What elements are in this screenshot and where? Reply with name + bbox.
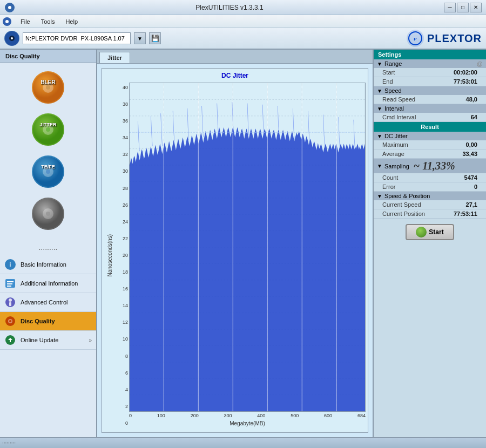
y-tick: 2 (116, 404, 128, 409)
status-bar: ········· (0, 437, 486, 448)
range-end-row: End 77:53:01 (374, 77, 486, 86)
svg-point-1 (8, 6, 11, 9)
jitter-max-row: Maximum 0,00 (374, 140, 486, 150)
sidebar-item-additional[interactable]: Additional Information (0, 274, 96, 293)
sidebar-item-online-update[interactable]: Online Update » (0, 331, 96, 350)
maximize-button[interactable]: □ (457, 3, 469, 12)
device-select[interactable]: N:PLEXTOR DVDR PX-L890SA 1.07 (23, 32, 131, 44)
sampling-section-header[interactable]: ▼ Sampling ~ 11,33% (374, 159, 486, 173)
y-tick: 28 (116, 186, 128, 191)
tab-bar: Jitter (97, 50, 373, 64)
close-button[interactable]: ✕ (470, 3, 482, 12)
chart-inner: DC Jitter Nanoseconds(ns) 40 38 36 34 32… (102, 68, 368, 433)
start-button[interactable]: Start (406, 224, 454, 240)
cmd-interval-label: Cmd Interval (382, 114, 416, 120)
sidebar-item-advanced[interactable]: Advanced Control (0, 293, 96, 312)
svg-text:TE/FE: TE/FE (41, 164, 55, 169)
x-tick: 100 (157, 413, 165, 420)
current-pos-label: Current Position (382, 211, 425, 217)
svg-point-20 (46, 169, 50, 174)
svg-text:P: P (414, 37, 417, 42)
chart-container: DC Jitter Nanoseconds(ns) 40 38 36 34 32… (97, 64, 373, 437)
result-header: Result (374, 122, 486, 132)
y-tick: 12 (116, 320, 128, 325)
menu-bar: File Tools Help (0, 15, 486, 28)
x-tick: 684 (357, 413, 366, 420)
y-tick: 18 (116, 269, 128, 275)
x-axis-ticks: 0 100 200 300 400 500 600 684 (129, 412, 366, 420)
chart-title: DC Jitter (102, 69, 368, 83)
x-tick: 600 (324, 413, 332, 420)
sampling-count-label: Count (382, 174, 398, 181)
interval-section-header[interactable]: ▼ Interval (374, 104, 486, 113)
y-tick: 40 (116, 85, 128, 90)
start-icon (416, 227, 427, 237)
x-tick: 300 (224, 413, 232, 420)
basic-info-icon: i (4, 259, 16, 270)
menu-help[interactable]: Help (61, 17, 82, 26)
svg-point-6 (11, 37, 13, 39)
sidebar-item-basic[interactable]: i Basic Information (0, 255, 96, 274)
x-tick: 500 (291, 413, 299, 420)
save-button[interactable]: 💾 (149, 32, 161, 44)
jitter-max-value: 0,00 (466, 141, 477, 148)
plextor-brand: PLEXTOR (427, 32, 482, 45)
y-tick: 10 (116, 336, 128, 342)
advanced-control-icon (4, 296, 16, 308)
sampling-error-value: 0 (474, 184, 477, 190)
main-layout: Disc Quality BLER (0, 50, 486, 437)
bler-disc-icon: BLER (32, 71, 64, 104)
svg-point-32 (9, 298, 12, 302)
sidebar: Disc Quality BLER (0, 50, 97, 437)
expand-icon: » (89, 337, 92, 343)
range-label: Range (384, 60, 402, 67)
scan-button[interactable] (16, 195, 80, 233)
menu-tools[interactable]: Tools (37, 17, 59, 26)
collapse-icon: ▼ (377, 133, 382, 139)
dc-jitter-section-header[interactable]: ▼ DC Jitter (374, 132, 486, 140)
svg-text:BLER: BLER (40, 79, 56, 85)
range-start-value: 00:02:00 (454, 69, 477, 76)
y-tick: 0 (116, 420, 128, 426)
speed-label: Speed (384, 87, 402, 94)
at-icon: @ (477, 60, 483, 67)
y-tick: 22 (116, 236, 128, 241)
chart-plot-area (129, 83, 366, 412)
jitter-button[interactable]: JITTER (16, 111, 80, 148)
menu-file[interactable]: File (16, 17, 35, 26)
settings-header: Settings (374, 50, 486, 59)
status-dots: ········· (2, 440, 16, 446)
bler-button[interactable]: BLER (16, 69, 80, 106)
range-end-label: End (382, 78, 393, 85)
speed-pos-section-header[interactable]: ▼ Speed & Position (374, 192, 486, 200)
speed-section-header[interactable]: ▼ Speed (374, 86, 486, 95)
sampling-label: Sampling (384, 163, 409, 169)
device-dropdown-button[interactable]: ▼ (134, 32, 146, 44)
tefe-button[interactable]: TE/FE (16, 153, 80, 191)
cmd-interval-row: Cmd Interval 64 (374, 113, 486, 122)
big-percent: ~ 11,33% (414, 160, 455, 172)
sidebar-item-disc-quality[interactable]: Disc Quality (0, 312, 96, 331)
sidebar-section-title: Disc Quality (0, 50, 96, 63)
plextor-logo: P PLEXTOR (406, 29, 482, 48)
read-speed-value: 48,0 (466, 96, 477, 103)
minimize-button[interactable]: ─ (444, 3, 456, 12)
jitter-avg-row: Average 33,43 (374, 150, 486, 159)
read-speed-label: Read Speed (382, 96, 415, 103)
device-bar: N:PLEXTOR DVDR PX-L890SA 1.07 ▼ 💾 P PLEX… (0, 28, 486, 50)
read-speed-row: Read Speed 48,0 (374, 95, 486, 104)
collapse-icon: ▼ (377, 106, 382, 112)
right-panel: Settings ▼ Range @ Start 00:02:00 End 77… (373, 50, 486, 437)
range-start-row: Start 00:02:00 (374, 68, 486, 77)
disc-quality-icon (4, 315, 16, 327)
range-section-header[interactable]: ▼ Range @ (374, 59, 486, 68)
tab-jitter[interactable]: Jitter (99, 52, 130, 63)
device-icon (4, 31, 19, 46)
scan-disc-icon (32, 198, 64, 230)
sampling-error-label: Error (382, 184, 395, 190)
plextor-logo-icon: P (406, 29, 425, 48)
dc-jitter-label: DC Jitter (384, 133, 408, 139)
sampling-count-row: Count 5474 (374, 173, 486, 182)
y-axis-label: Nanoseconds(ns) (107, 234, 113, 276)
chart-svg (130, 83, 365, 411)
